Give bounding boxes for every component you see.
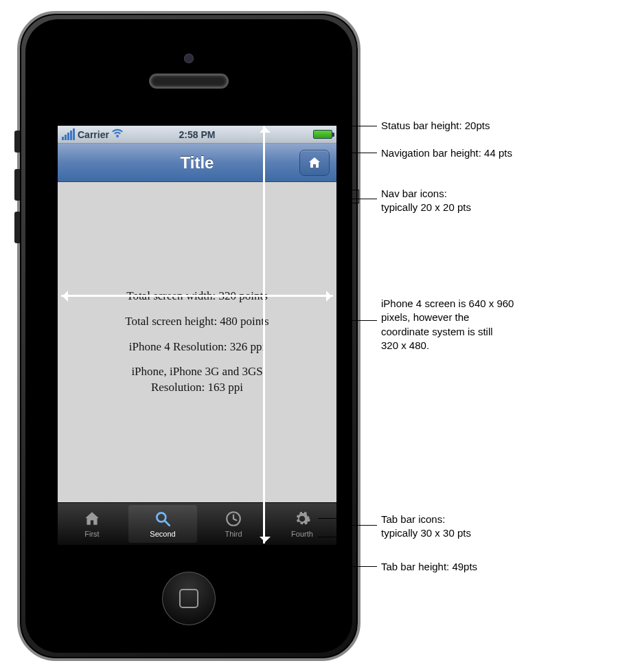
leader-line <box>349 199 377 199</box>
leader-line <box>341 153 377 153</box>
mute-switch <box>14 131 20 153</box>
nav-title: Title <box>181 153 214 172</box>
nav-icon-size-bracket <box>345 190 359 203</box>
front-camera <box>184 54 194 63</box>
gear-icon <box>293 510 311 528</box>
content-area: Total screen width: 320 points Total scr… <box>58 182 336 502</box>
screen: Carrier 2:58 PM Title <box>57 125 337 546</box>
vertical-dimension-arrow <box>263 126 265 544</box>
nav-home-button[interactable] <box>299 150 330 176</box>
leader-line <box>341 126 377 126</box>
tab-label: Second <box>150 530 175 538</box>
earpiece-speaker <box>151 76 227 87</box>
annotation-nav-bar: Navigation bar height: 44 pts <box>381 146 512 160</box>
legacy-ppi-label: iPhone, iPhone 3G and 3GS Resolution: 16… <box>131 364 262 396</box>
volume-down-button <box>14 212 20 243</box>
iphone-frame: Carrier 2:58 PM Title <box>17 11 360 661</box>
annotation-screen-resolution: iPhone 4 screen is 640 x 960 pixels, how… <box>381 297 514 352</box>
home-icon <box>83 510 101 528</box>
leader-line <box>336 525 377 526</box>
wifi-icon <box>112 128 123 140</box>
tab-bar: First Second Third Fourth <box>58 502 336 545</box>
horizontal-dimension-arrow <box>61 295 333 297</box>
iphone4-ppi-label: iPhone 4 Resolution: 326 ppi <box>129 339 265 355</box>
tab-third[interactable]: Third <box>199 503 268 545</box>
clock-icon <box>225 510 242 528</box>
tab-first[interactable]: First <box>58 503 126 545</box>
status-bar: Carrier 2:58 PM <box>58 126 336 144</box>
annotation-tab-bar: Tab bar height: 49pts <box>381 560 477 574</box>
annotation-nav-icons: Nav bar icons: typically 20 x 20 pts <box>381 187 471 215</box>
carrier-label: Carrier <box>78 129 109 140</box>
screen-height-label: Total screen height: 480 points <box>125 314 268 330</box>
navigation-bar: Title <box>58 144 336 182</box>
search-icon <box>154 510 172 528</box>
battery-icon <box>313 130 332 139</box>
home-button[interactable] <box>162 572 216 625</box>
home-icon <box>308 156 321 170</box>
clock-label: 2:58 PM <box>179 129 216 140</box>
svg-line-1 <box>165 521 170 526</box>
iphone-bezel: Carrier 2:58 PM Title <box>25 19 352 653</box>
volume-up-button <box>14 169 20 201</box>
tab-icon-size-bracket <box>318 518 337 537</box>
tab-label: Fourth <box>291 530 313 538</box>
annotation-tab-icons: Tab bar icons: typically 30 x 30 pts <box>381 513 471 541</box>
tab-label: Third <box>225 530 242 538</box>
signal-icon <box>62 128 75 140</box>
annotation-status-bar: Status bar height: 20pts <box>381 119 490 133</box>
tab-label: First <box>84 530 99 538</box>
tab-second[interactable]: Second <box>128 505 197 543</box>
leader-line <box>349 320 377 321</box>
leader-line <box>338 566 377 567</box>
